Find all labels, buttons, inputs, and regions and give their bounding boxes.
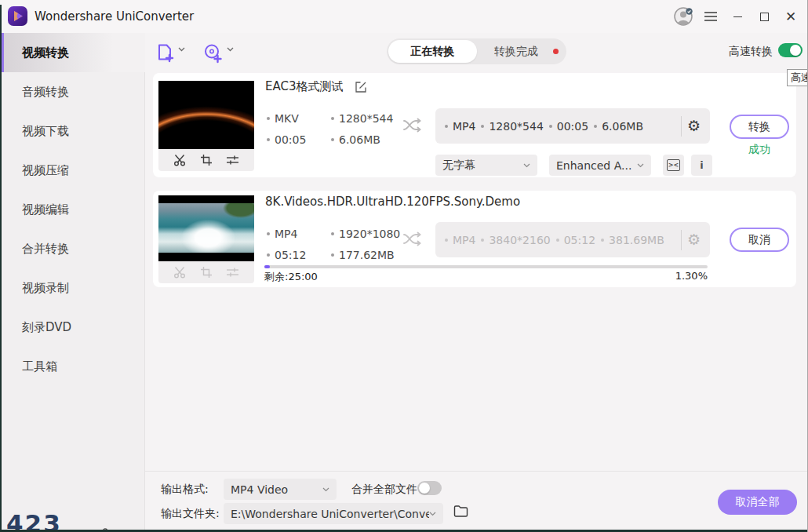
- source-duration: 05:12: [267, 249, 306, 261]
- status-tabs: 正在转换 转换完成: [387, 38, 566, 64]
- main-content: 正在转换 转换完成 高速转换 高速: [145, 33, 808, 532]
- target-resolution: 3840*2160: [481, 234, 550, 246]
- sidebar-item-video-download[interactable]: 视频下载: [0, 111, 145, 151]
- output-folder-dropdown[interactable]: E:\Wondershare UniConverter\Converted: [224, 503, 443, 524]
- tab-finished[interactable]: 转换完成: [482, 38, 550, 64]
- tab-converting[interactable]: 正在转换: [388, 40, 477, 63]
- crop-icon: [200, 266, 213, 279]
- open-folder-icon[interactable]: [453, 505, 468, 517]
- chevron-down-icon: [637, 163, 644, 168]
- close-button[interactable]: ✕: [780, 5, 802, 27]
- target-size: 6.06MB: [594, 120, 643, 133]
- file-title-row: 8K.Videos.HDR.UltraHD.120FPS.Sony.Demo: [265, 195, 520, 209]
- titlebar: Wondershare UniConverter: [0, 0, 808, 33]
- sidebar-item-video-convert[interactable]: 视频转换: [0, 33, 145, 72]
- task-row-2: 8K.Videos.HDR.UltraHD.120FPS.Sony.Demo M…: [153, 191, 796, 287]
- sidebar-item-video-edit[interactable]: 视频编辑: [0, 190, 145, 229]
- source-format: MP4: [267, 228, 297, 240]
- cancel-all-button[interactable]: 取消全部: [718, 490, 797, 515]
- convert-arrow-icon: [402, 230, 423, 249]
- settings-gear-icon: ⚙: [687, 232, 701, 247]
- video-thumbnail[interactable]: [158, 195, 254, 261]
- window-edge: [0, 5, 2, 532]
- preview-compare-button[interactable]: ><: [663, 155, 684, 176]
- load-dvd-button[interactable]: [202, 42, 234, 64]
- output-format-label: 输出格式:: [161, 483, 209, 497]
- sidebar: 视频转换 音频转换 视频下载 视频压缩 视频编辑 合并转换 视频录制 刻录DVD…: [0, 33, 145, 532]
- window-controls: ✕: [673, 0, 802, 33]
- chevron-down-icon: [178, 47, 185, 52]
- source-resolution: 1920*1080: [331, 228, 400, 240]
- output-summary: MP4 3840*2160 05:12 381.69MB ⚙: [435, 222, 710, 257]
- footer-bar: 输出格式: MP4 Video 合并全部文件 输出文件夹: E:\Wonders…: [145, 471, 808, 532]
- output-format-dropdown[interactable]: MP4 Video: [224, 479, 337, 500]
- info-icon: i: [700, 159, 703, 171]
- convert-button[interactable]: 转换: [730, 115, 789, 139]
- sidebar-item-audio-convert[interactable]: 音频转换: [0, 72, 145, 111]
- cancel-button[interactable]: 取消: [730, 228, 789, 252]
- add-disc-icon: [202, 42, 224, 64]
- time-remaining: 剩余:25:00: [264, 270, 318, 284]
- source-resolution: 1280*544: [331, 112, 393, 125]
- menu-icon[interactable]: [700, 5, 722, 27]
- progress-percent: 1.30%: [624, 270, 708, 282]
- sidebar-item-toolbox[interactable]: 工具箱: [0, 347, 145, 386]
- output-folder-label: 输出文件夹:: [161, 507, 220, 521]
- source-duration: 00:05: [267, 133, 306, 146]
- app-title: Wondershare UniConverter: [35, 0, 194, 33]
- chevron-down-icon: [429, 512, 436, 516]
- target-duration: 05:12: [556, 234, 595, 246]
- settings-gear-icon[interactable]: ⚙: [687, 118, 701, 133]
- info-button[interactable]: i: [691, 155, 712, 176]
- source-size: 6.06MB: [331, 133, 380, 146]
- task-row-1: EAC3格式测试 MKV 00:05 1280*544 6.06MB MP4: [153, 73, 796, 177]
- clip-toolbar: [158, 261, 254, 283]
- video-thumbnail[interactable]: [158, 81, 254, 149]
- add-files-button[interactable]: [155, 42, 185, 64]
- account-avatar[interactable]: [673, 5, 695, 27]
- file-title-row: EAC3格式测试: [265, 79, 367, 94]
- sidebar-item-screen-record[interactable]: 视频录制: [0, 268, 145, 308]
- file-name: EAC3格式测试: [265, 79, 344, 94]
- progress-fill: [264, 265, 270, 268]
- chevron-down-icon: [227, 47, 234, 52]
- output-summary: MP4 1280*544 00:05 6.06MB ⚙: [435, 108, 710, 144]
- fast-convert-toggle[interactable]: [778, 43, 803, 57]
- fast-convert-label: 高速转换: [729, 45, 773, 59]
- compare-icon: ><: [667, 159, 680, 171]
- effects-icon[interactable]: [226, 155, 239, 166]
- merge-all-toggle[interactable]: [417, 481, 442, 495]
- target-format: MP4: [445, 120, 475, 133]
- trim-icon[interactable]: [173, 154, 187, 166]
- source-format: MKV: [267, 112, 299, 125]
- file-name: 8K.Videos.HDR.UltraHD.120FPS.Sony.Demo: [265, 195, 520, 209]
- subtitle-dropdown[interactable]: 无字幕: [435, 155, 537, 176]
- convert-arrow-icon: [402, 116, 423, 135]
- minimize-button[interactable]: [726, 5, 748, 27]
- chevron-down-icon: [523, 163, 530, 168]
- target-size: 381.69MB: [601, 234, 664, 246]
- app-window: Wondershare UniConverter: [0, 0, 808, 532]
- clip-toolbar: [158, 149, 254, 171]
- sidebar-item-video-compress[interactable]: 视频压缩: [0, 151, 145, 190]
- crop-icon[interactable]: [200, 154, 213, 166]
- rename-icon[interactable]: [355, 81, 367, 93]
- source-size: 177.62MB: [331, 249, 395, 261]
- chevron-down-icon: [322, 487, 329, 492]
- app-logo-icon: [8, 6, 27, 26]
- effects-icon: [226, 267, 239, 278]
- maximize-button[interactable]: [753, 5, 775, 27]
- sidebar-item-merge-convert[interactable]: 合并转换: [0, 229, 145, 268]
- merge-all-label: 合并全部文件: [351, 483, 417, 497]
- target-resolution: 1280*544: [481, 120, 543, 133]
- trim-icon: [173, 266, 187, 279]
- fast-convert-tooltip: 高速: [787, 69, 808, 86]
- target-format: MP4: [445, 234, 475, 246]
- sidebar-item-burn-dvd[interactable]: 刻录DVD: [0, 308, 145, 347]
- add-file-icon: [155, 42, 175, 64]
- target-duration: 00:05: [549, 120, 588, 133]
- audio-track-dropdown[interactable]: Enhanced A...: [549, 155, 651, 176]
- progress-bar: [264, 265, 708, 268]
- notification-dot: [553, 49, 559, 54]
- status-success: 成功: [730, 143, 789, 157]
